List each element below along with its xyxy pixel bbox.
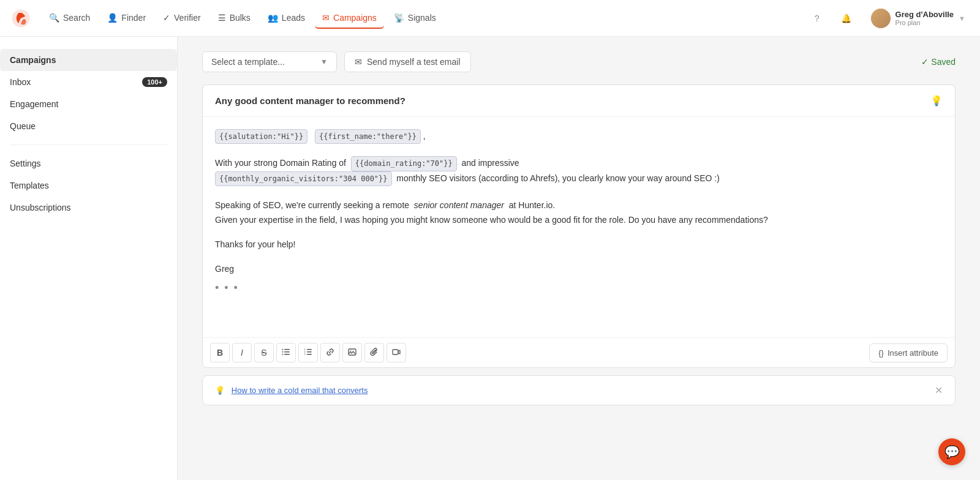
tip-link[interactable]: How to write a cold email that converts <box>232 386 368 395</box>
test-email-button[interactable]: ✉ Send myself a test email <box>344 51 471 72</box>
user-menu[interactable]: Greg d'Aboville Pro plan ▼ <box>866 6 970 31</box>
sidebar-item-templates[interactable]: Templates <box>0 174 177 197</box>
video-icon <box>392 348 401 358</box>
logo[interactable] <box>10 7 32 29</box>
notifications-button[interactable]: 🔔 <box>837 9 856 28</box>
saved-indicator: ✓ Saved <box>921 57 956 67</box>
sidebar-item-campaigns[interactable]: Campaigns <box>0 49 177 71</box>
svg-text:3: 3 <box>304 353 306 356</box>
svg-rect-14 <box>393 350 398 354</box>
email-toolbar: Select a template... ▼ ✉ Send myself a t… <box>202 51 956 72</box>
svg-rect-8 <box>307 354 312 355</box>
bulks-nav-icon: ☰ <box>218 13 226 23</box>
svg-point-4 <box>282 351 284 352</box>
para2-italic: senior content manager <box>414 200 504 210</box>
user-plan: Pro plan <box>895 19 954 26</box>
tip-content: 💡 How to write a cold email that convert… <box>215 386 368 395</box>
link-icon <box>326 348 334 358</box>
para1-middle: and impressive <box>462 158 519 168</box>
para2-line2: Given your expertise in the field, I was… <box>215 213 943 228</box>
video-button[interactable] <box>386 343 406 362</box>
sidebar-item-inbox[interactable]: Inbox 100+ <box>0 71 177 93</box>
attachment-icon <box>370 348 379 358</box>
svg-rect-0 <box>284 349 290 350</box>
para2: Speaking of SEO, we're currently seeking… <box>215 198 943 228</box>
layout: Campaigns Inbox 100+ Engagement Queue Se… <box>0 0 980 480</box>
tip-bulb-icon: 💡 <box>215 386 225 395</box>
para2-line1: Speaking of SEO, we're currently seeking… <box>215 198 943 213</box>
nav-search[interactable]: 🔍 Search <box>42 8 97 29</box>
bullet-list-icon <box>282 348 290 358</box>
nav-right: ? 🔔 Greg d'Aboville Pro plan ▼ <box>807 6 970 31</box>
domain-rating-attr[interactable]: {{domain_rating:"70"}} <box>351 156 457 171</box>
email-body[interactable]: {{salutation:"Hi"}} {{first_name:"there"… <box>203 117 955 337</box>
bell-icon: 🔔 <box>841 13 851 23</box>
sidebar-item-unsubscriptions[interactable]: Unsubscriptions <box>0 197 177 219</box>
nav-signals[interactable]: 📡 Signals <box>386 8 443 29</box>
leads-nav-icon: 👥 <box>268 13 278 23</box>
para1-suffix: monthly SEO visitors (according to Ahref… <box>396 173 720 183</box>
inbox-badge: 100+ <box>142 77 167 87</box>
top-navigation: 🔍 Search 👤 Finder ✓ Verifier ☰ Bulks 👥 L… <box>0 0 980 37</box>
sidebar-item-engagement[interactable]: Engagement <box>0 93 177 115</box>
strikethrough-button[interactable]: S <box>254 343 274 362</box>
bulb-icon[interactable]: 💡 <box>930 95 943 107</box>
format-toolbar: B I S 123 <box>203 337 955 367</box>
salutation-attr[interactable]: {{salutation:"Hi"}} <box>215 129 307 144</box>
greeting-comma: , <box>423 131 426 141</box>
image-button[interactable] <box>342 343 362 362</box>
bullet-list-button[interactable] <box>276 343 296 362</box>
email-subject[interactable]: Any good content manager to recommend? <box>215 96 405 106</box>
image-icon <box>348 348 356 358</box>
nav-finder[interactable]: 👤 Finder <box>100 8 153 29</box>
insert-attr-icon: {} <box>878 348 884 358</box>
tip-close-button[interactable]: ✕ <box>935 384 943 396</box>
search-nav-icon: 🔍 <box>49 13 59 23</box>
sidebar-divider <box>10 144 167 145</box>
svg-point-5 <box>282 353 284 354</box>
signature-dots: • • • <box>215 279 943 298</box>
greeting-line: {{salutation:"Hi"}} {{first_name:"there"… <box>215 129 943 144</box>
user-name: Greg d'Aboville <box>895 10 954 19</box>
chat-icon: 💬 <box>944 444 960 459</box>
para1-prefix: With your strong Domain Rating of <box>215 158 346 168</box>
bold-button[interactable]: B <box>210 343 230 362</box>
email-subject-row: Any good content manager to recommend? 💡 <box>203 85 955 117</box>
help-icon: ? <box>815 13 820 23</box>
template-select[interactable]: Select a template... ▼ <box>202 51 337 72</box>
main-content: Select a template... ▼ ✉ Send myself a t… <box>178 37 980 480</box>
user-chevron-icon: ▼ <box>959 15 965 22</box>
nav-campaigns[interactable]: ✉ Campaigns <box>315 8 384 29</box>
checkmark-icon: ✓ <box>921 57 929 67</box>
monthly-visitors-attr[interactable]: {{monthly_organic_visitors:"304 000"}} <box>215 171 392 186</box>
campaigns-nav-icon: ✉ <box>322 13 330 23</box>
svg-rect-7 <box>307 351 312 353</box>
firstname-attr[interactable]: {{first_name:"there"}} <box>315 129 421 144</box>
user-info: Greg d'Aboville Pro plan <box>895 10 954 26</box>
svg-rect-6 <box>307 349 312 350</box>
numbered-list-icon: 123 <box>304 348 312 358</box>
avatar <box>871 9 891 28</box>
nav-bulks[interactable]: ☰ Bulks <box>211 8 258 29</box>
link-button[interactable] <box>320 343 340 362</box>
chat-bubble[interactable]: 💬 <box>938 438 965 465</box>
sidebar-item-queue[interactable]: Queue <box>0 115 177 137</box>
italic-button[interactable]: I <box>232 343 252 362</box>
help-button[interactable]: ? <box>807 9 827 28</box>
verifier-nav-icon: ✓ <box>163 13 170 23</box>
attachment-button[interactable] <box>364 343 384 362</box>
sign-off: Thanks for your help! <box>215 238 943 252</box>
signals-nav-icon: 📡 <box>394 13 404 23</box>
nav-verifier[interactable]: ✓ Verifier <box>156 8 208 29</box>
nav-leads[interactable]: 👥 Leads <box>260 8 312 29</box>
sidebar-item-settings[interactable]: Settings <box>0 152 177 174</box>
svg-rect-1 <box>284 351 290 353</box>
finder-nav-icon: 👤 <box>107 13 118 23</box>
svg-point-13 <box>350 350 352 351</box>
svg-point-3 <box>282 348 284 350</box>
insert-attribute-button[interactable]: {} Insert attribute <box>869 343 948 362</box>
template-chevron-icon: ▼ <box>320 58 328 66</box>
numbered-list-button[interactable]: 123 <box>298 343 318 362</box>
tip-bar: 💡 How to write a cold email that convert… <box>202 375 956 405</box>
para1: With your strong Domain Rating of {{doma… <box>215 156 943 186</box>
